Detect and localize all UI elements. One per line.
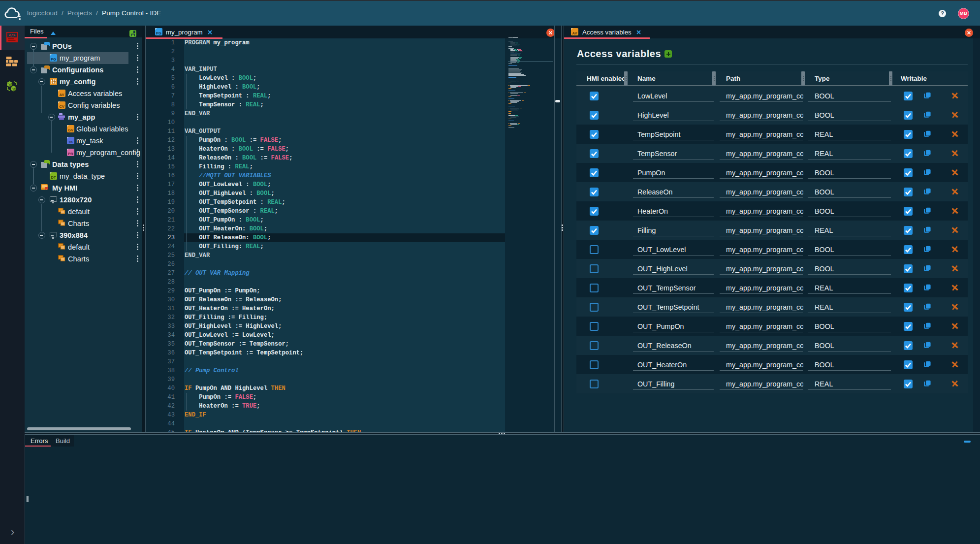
svg-text:</>: </> — [9, 33, 16, 37]
